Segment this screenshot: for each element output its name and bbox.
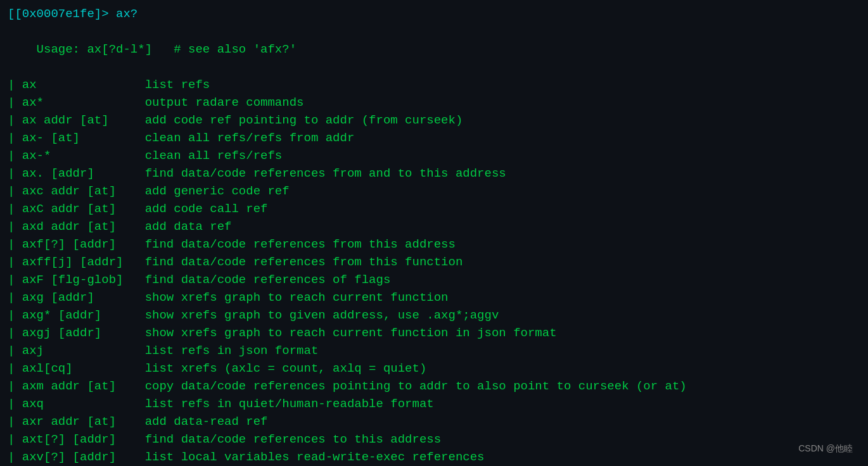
command-row: | axc addr [at] add generic code ref: [8, 182, 860, 200]
command-row: | axq list refs in quiet/human-readable …: [8, 395, 860, 413]
command-row: | axF [flg-glob] find data/code referenc…: [8, 271, 860, 289]
command-row: | ax. [addr] find data/code references f…: [8, 165, 860, 182]
command-row: | axg [addr] show xrefs graph to reach c…: [8, 289, 860, 306]
watermark: CSDN @他睦: [798, 439, 853, 457]
command-row: | axC addr [at] add code call ref: [8, 200, 860, 218]
command-row: | axff[j] [addr] find data/code referenc…: [8, 253, 860, 271]
command-row: | axv[?] [addr] list local variables rea…: [8, 448, 860, 466]
command-row: | ax* output radare commands: [8, 94, 860, 111]
command-row: | ax- [at] clean all refs/refs from addr: [8, 129, 860, 147]
command-list: | ax list refs| ax* output radare comman…: [8, 76, 860, 466]
command-row: | ax addr [at] add code ref pointing to …: [8, 111, 860, 129]
command-row: | axd addr [at] add data ref: [8, 218, 860, 236]
command-row: | ax-* clean all refs/refs: [8, 147, 860, 165]
command-row: | axt[?] [addr] find data/code reference…: [8, 431, 860, 448]
command-row: | axgj [addr] show xrefs graph to reach …: [8, 324, 860, 342]
prompt-line: [[0x0007e1fe]> ax?: [8, 5, 860, 23]
usage-text: Usage: ax[?d-l*] # see also 'afx?': [37, 42, 297, 56]
command-row: | axl[cq] list xrefs (axlc = count, axlq…: [8, 360, 860, 377]
terminal-window: [[0x0007e1fe]> ax? Usage: ax[?d-l*] # se…: [8, 5, 860, 461]
command-row: | axj list refs in json format: [8, 342, 860, 360]
command-row: | axg* [addr] show xrefs graph to given …: [8, 306, 860, 324]
usage-line: Usage: ax[?d-l*] # see also 'afx?': [8, 23, 860, 76]
command-row: | ax list refs: [8, 76, 860, 94]
command-row: | axf[?] [addr] find data/code reference…: [8, 236, 860, 253]
command-row: | axm addr [at] copy data/code reference…: [8, 377, 860, 395]
command-row: | axr addr [at] add data-read ref: [8, 413, 860, 431]
